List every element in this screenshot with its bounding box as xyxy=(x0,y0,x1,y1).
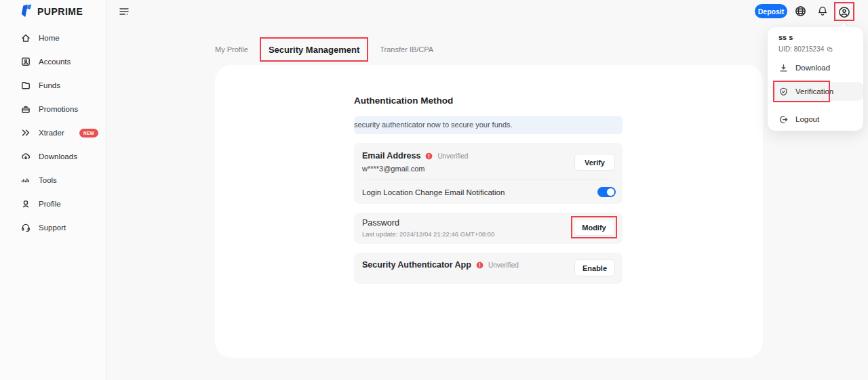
email-title: Email Address xyxy=(362,151,420,161)
folder-icon xyxy=(20,80,31,91)
menu-item-download[interactable]: Download xyxy=(768,58,863,77)
sidebar-item-label: Profile xyxy=(39,200,61,208)
user-dropdown-menu: ss s UID: 80215234 Download Verification… xyxy=(768,27,863,131)
sidebar-item-xtrader[interactable]: Xtrader NEW xyxy=(20,127,98,138)
gift-icon xyxy=(20,104,31,114)
user-name: ss s xyxy=(778,33,793,41)
page: { "brand": {"name": "PUPRIME"}, "topbar"… xyxy=(0,0,868,380)
sidebar: PUPRIME Home Accounts Funds xyxy=(0,0,106,380)
copy-icon[interactable] xyxy=(827,46,833,53)
sidebar-item-profile[interactable]: Profile xyxy=(20,198,98,209)
sidebar-item-downloads[interactable]: Downloads xyxy=(20,151,98,162)
authenticator-title: Security Authenticator App xyxy=(362,260,471,270)
language-button[interactable] xyxy=(794,5,807,18)
sidebar-item-home[interactable]: Home xyxy=(20,33,98,43)
brand-name: PUPRIME xyxy=(37,6,83,17)
bell-icon xyxy=(816,5,829,18)
authentication-content: Authentication Method security authentic… xyxy=(354,96,623,284)
tab-transfer-ib-cpa[interactable]: Transfer IB/CPA xyxy=(380,45,433,54)
sidebar-item-label: Home xyxy=(39,34,60,42)
logout-icon xyxy=(778,114,789,125)
authenticator-status-badge: Unverified xyxy=(488,261,519,269)
globe-icon xyxy=(794,5,807,18)
profile-tabs: My Profile Security Management Transfer … xyxy=(215,37,433,62)
modify-password-button[interactable]: Modify xyxy=(574,219,614,236)
user-uid: UID: 80215234 xyxy=(778,45,833,53)
toggle-knob xyxy=(607,188,614,196)
menu-item-label: Logout xyxy=(795,115,819,123)
tab-my-profile[interactable]: My Profile xyxy=(215,45,248,54)
menu-item-label: Download xyxy=(795,64,830,72)
sidebar-item-funds[interactable]: Funds xyxy=(20,80,98,91)
notifications-button[interactable] xyxy=(816,5,829,18)
person-circle-icon xyxy=(837,5,851,19)
double-chevron-icon xyxy=(20,127,31,138)
deposit-button[interactable]: Deposit xyxy=(755,4,787,18)
tab-security-management[interactable]: Security Management xyxy=(269,45,359,55)
puprime-logo-icon xyxy=(19,4,34,19)
menu-item-logout[interactable]: Logout xyxy=(768,110,863,129)
shield-check-icon xyxy=(778,87,789,97)
sidebar-item-label: Funds xyxy=(39,81,60,89)
sidebar-item-label: Xtrader xyxy=(39,129,64,137)
sidebar-item-label: Promotions xyxy=(39,105,78,113)
email-address-card: Email Address Unverified w****3@gmail.co… xyxy=(354,143,623,204)
login-notification-toggle[interactable] xyxy=(597,187,616,197)
annotation-box-modify: Modify xyxy=(571,216,617,238)
cloud-download-icon xyxy=(20,151,31,162)
home-icon xyxy=(20,33,31,43)
enable-authenticator-button[interactable]: Enable xyxy=(574,259,615,276)
sidebar-item-promotions[interactable]: Promotions xyxy=(20,104,98,114)
login-notification-label: Login Location Change Email Notification xyxy=(362,188,505,196)
sidebar-item-label: Downloads xyxy=(39,152,77,161)
password-card: Password Last update: 2024/12/04 21:22:4… xyxy=(354,213,623,244)
sidebar-item-label: Accounts xyxy=(39,58,71,66)
email-status-badge: Unverified xyxy=(437,152,468,160)
new-badge: NEW xyxy=(79,129,98,138)
equalizer-icon xyxy=(20,175,31,186)
authenticator-app-card: Security Authenticator App Unverified En… xyxy=(354,253,623,284)
login-notification-row: Login Location Change Email Notification xyxy=(362,180,616,204)
headset-icon xyxy=(20,222,31,233)
profile-menu-button[interactable] xyxy=(837,5,851,19)
sidebar-item-support[interactable]: Support xyxy=(20,222,98,233)
verify-email-button[interactable]: Verify xyxy=(574,154,615,171)
uid-text: UID: 80215234 xyxy=(778,45,824,53)
sidebar-item-label: Support xyxy=(39,224,66,232)
menu-item-verification[interactable]: Verification xyxy=(772,82,863,101)
download-icon xyxy=(778,63,789,73)
exclamation-circle-icon xyxy=(475,261,484,270)
sidebar-item-label: Tools xyxy=(39,176,57,184)
menu-item-label: Verification xyxy=(795,87,833,96)
menu-collapse-icon[interactable] xyxy=(118,6,130,17)
person-icon xyxy=(20,198,31,209)
section-heading: Authentication Method xyxy=(354,96,623,106)
security-management-panel: Authentication Method security authentic… xyxy=(215,65,763,358)
id-card-icon xyxy=(20,56,31,67)
sidebar-nav: Home Accounts Funds Promotions xyxy=(20,33,98,246)
security-notice-banner: security authenticator now to secure you… xyxy=(354,116,623,134)
brand-logo[interactable]: PUPRIME xyxy=(19,4,83,19)
sidebar-item-tools[interactable]: Tools xyxy=(20,175,98,186)
exclamation-circle-icon xyxy=(425,152,433,161)
sidebar-item-accounts[interactable]: Accounts xyxy=(20,56,98,67)
annotation-box-security-tab[interactable]: Security Management xyxy=(260,37,368,62)
